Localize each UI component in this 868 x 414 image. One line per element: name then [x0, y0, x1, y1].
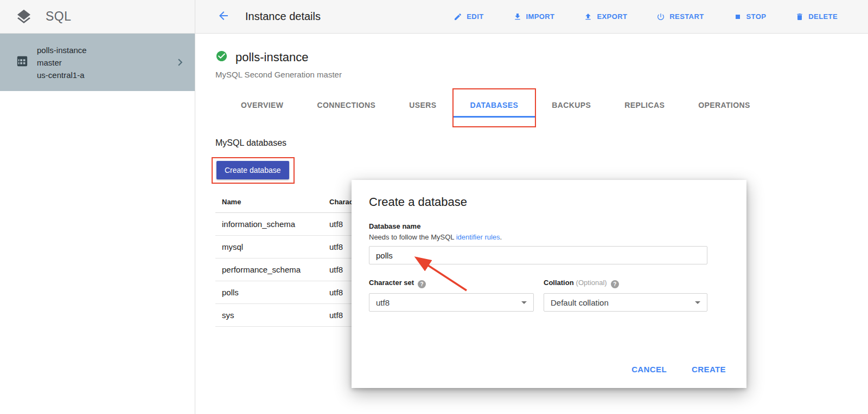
character-set-label: Character set [369, 279, 414, 287]
create-database-wrap: Create database [216, 161, 289, 179]
create-button[interactable]: CREATE [692, 365, 726, 374]
collation-dropdown[interactable]: Default collation [544, 293, 707, 312]
edit-icon [454, 12, 462, 21]
instance-subtitle: MySQL Second Generation master [215, 70, 868, 79]
charset-collation-row: Character set? utf8 Collation(Optional)?… [369, 277, 729, 312]
collation-value: Default collation [551, 298, 609, 307]
cell-db-name: information_schema [215, 213, 323, 236]
instance-name: polls-instance [235, 50, 309, 64]
collation-label: Collation [544, 279, 574, 287]
instance-actions: EDIT IMPORT EXPORT RESTART STOP [454, 12, 838, 21]
character-set-value: utf8 [376, 298, 390, 307]
character-set-dropdown[interactable]: utf8 [369, 293, 534, 312]
helper-text-suffix: . [500, 233, 502, 241]
dialog-actions: CANCEL CREATE [631, 365, 726, 374]
cell-db-name: performance_schema [215, 258, 323, 281]
restart-button[interactable]: RESTART [656, 12, 704, 21]
delete-button[interactable]: DELETE [795, 12, 838, 21]
edit-button[interactable]: EDIT [454, 12, 483, 21]
action-label: RESTART [669, 12, 704, 21]
back-arrow-icon [217, 9, 230, 24]
back-button[interactable] [217, 9, 230, 24]
export-icon [584, 12, 592, 21]
stop-button[interactable]: STOP [733, 12, 767, 21]
export-button[interactable]: EXPORT [584, 12, 627, 21]
tab-operations[interactable]: OPERATIONS [681, 92, 767, 118]
collation-field: Collation(Optional)? Default collation [544, 277, 707, 312]
dropdown-caret-icon [695, 301, 700, 304]
action-label: STOP [746, 12, 767, 21]
restart-icon [656, 12, 665, 21]
database-name-field: Database name Needs to follow the MySQL … [369, 221, 729, 264]
sidebar-item-polls-instance[interactable]: polls-instance master us-central1-a [0, 34, 195, 91]
help-icon[interactable]: ? [418, 280, 426, 288]
tab-connections[interactable]: CONNECTIONS [300, 92, 392, 118]
sidebar-instance-role: master [37, 56, 164, 69]
tab-replicas[interactable]: REPLICAS [608, 92, 681, 118]
collation-optional-hint: (Optional) [576, 279, 607, 287]
database-name-label: Database name [369, 222, 420, 230]
dialog-title: Create a database [369, 195, 729, 209]
database-name-helper: Needs to follow the MySQL identifier rul… [369, 233, 729, 241]
product-header: SQL [0, 0, 195, 33]
tab-users[interactable]: USERS [392, 92, 453, 118]
chevron-right-icon [173, 55, 187, 69]
instances-sidebar: polls-instance master us-central1-a [0, 34, 195, 414]
character-set-field: Character set? utf8 [369, 277, 534, 312]
tab-backups[interactable]: BACKUPS [535, 92, 608, 118]
app-root: SQL Instance details EDIT IMPORT [0, 0, 868, 414]
import-icon [513, 12, 522, 21]
topbar: SQL Instance details EDIT IMPORT [0, 0, 868, 34]
action-label: IMPORT [526, 12, 555, 21]
import-button[interactable]: IMPORT [513, 12, 555, 21]
sidebar-instance-zone: us-central1-a [37, 69, 164, 81]
tab-overview[interactable]: OVERVIEW [224, 92, 300, 118]
sidebar-instance-info: polls-instance master us-central1-a [37, 44, 164, 81]
delete-icon [795, 12, 804, 21]
stop-icon [733, 12, 742, 21]
section-title: MySQL databases [215, 138, 868, 148]
cancel-button[interactable]: CANCEL [631, 365, 667, 374]
check-circle-icon [215, 50, 228, 64]
action-label: EDIT [467, 12, 483, 21]
sidebar-instance-name: polls-instance [37, 44, 164, 56]
cell-db-name: polls [215, 281, 323, 304]
help-icon[interactable]: ? [611, 280, 619, 288]
dropdown-caret-icon [521, 301, 527, 304]
product-title: SQL [46, 9, 72, 24]
page-header: Instance details EDIT IMPORT EXPORT REST… [195, 0, 868, 33]
column-header-name: Name [215, 191, 323, 213]
instance-tabs: OVERVIEW CONNECTIONS USERS DATABASES BAC… [215, 92, 868, 118]
action-label: EXPORT [597, 12, 627, 21]
cell-db-name: mysql [215, 236, 323, 258]
instance-header: polls-instance [215, 50, 868, 64]
cell-db-name: sys [215, 304, 323, 327]
create-database-dialog: Create a database Database name Needs to… [352, 180, 746, 388]
tab-databases-label: DATABASES [470, 101, 519, 109]
tab-databases[interactable]: DATABASES [454, 92, 535, 118]
helper-text: Needs to follow the MySQL [369, 233, 456, 241]
grid-icon [16, 55, 28, 69]
create-database-button[interactable]: Create database [216, 161, 289, 179]
identifier-rules-link[interactable]: identifier rules [456, 233, 500, 241]
database-name-input[interactable] [369, 246, 707, 264]
page-title: Instance details [245, 10, 321, 23]
cloud-sql-logo-icon [15, 8, 33, 25]
action-label: DELETE [808, 12, 838, 21]
